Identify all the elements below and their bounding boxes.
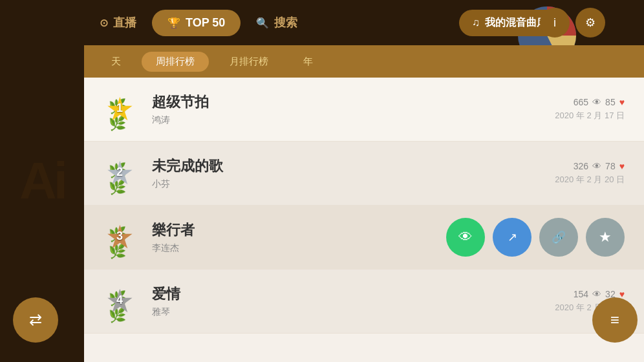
- star-icon: ★: [599, 229, 612, 246]
- rank-badge-3: ★ 3 🌿🌿: [97, 215, 142, 260]
- views-count-4: 154: [574, 289, 588, 299]
- rank-badge-1: ★ 1 🌿🌿: [97, 87, 142, 132]
- song-title-2: 未完成的歌: [152, 156, 555, 176]
- sub-tab-year[interactable]: 年: [289, 52, 327, 72]
- stats-row-2: 326 👁 78 ♥: [555, 161, 625, 171]
- song-info-4: 爱情 雅琴: [152, 284, 555, 318]
- share-icon: ↗: [508, 230, 517, 244]
- eye-icon-1: 👁: [592, 97, 601, 107]
- rank-badge-4: ★ 4 🌿🌿: [97, 279, 142, 324]
- rank-number-4: 4: [116, 293, 123, 307]
- sub-tab-year-label: 年: [303, 56, 313, 67]
- song-title-1: 超级节拍: [152, 92, 555, 112]
- favorite-button[interactable]: ★: [586, 218, 625, 257]
- info-icon: i: [553, 16, 556, 30]
- song-title-3: 樂行者: [152, 220, 440, 240]
- main-content: ★ 1 🌿🌿 超级节拍 鸿涛 665 👁 85 ♥ 2020 年 2 月 17 …: [84, 78, 644, 362]
- tab-search[interactable]: 🔍 搜索: [241, 8, 313, 37]
- library-label: 我的混音曲库: [485, 16, 547, 30]
- info-button[interactable]: i: [540, 8, 570, 37]
- shuffle-icon: ⇄: [29, 311, 42, 329]
- eye-icon-4: 👁: [592, 289, 601, 299]
- views-count-2: 326: [574, 161, 588, 171]
- settings-button[interactable]: ⚙: [575, 8, 605, 37]
- link-button[interactable]: 🔗: [539, 218, 578, 257]
- eye-icon-2: 👁: [592, 161, 601, 171]
- likes-count-2: 78: [605, 161, 616, 171]
- tab-live-label: 直播: [113, 15, 136, 30]
- song-info-1: 超级节拍 鸿涛: [152, 92, 555, 126]
- rank-item-3[interactable]: ★ 3 🌿🌿 樂行者 李连杰 👁 ↗ 🔗 ★: [84, 206, 644, 270]
- stats-date-2: 2020 年 2 月 20 日: [555, 174, 625, 186]
- sub-tab-week[interactable]: 周排行榜: [142, 52, 209, 72]
- share-button[interactable]: ↗: [493, 218, 531, 257]
- song-artist-2: 小芬: [152, 178, 555, 190]
- tab-top50[interactable]: 🏆 TOP 50: [152, 10, 241, 36]
- heart-icon-2: ♥: [619, 161, 625, 171]
- sub-navigation: 天 周排行榜 月排行榜 年: [84, 45, 644, 78]
- views-count-1: 665: [574, 97, 588, 107]
- tab-search-label: 搜索: [274, 15, 297, 30]
- song-info-3: 樂行者 李连杰: [152, 220, 440, 254]
- song-stats-1: 665 👁 85 ♥ 2020 年 2 月 17 日: [555, 97, 625, 122]
- ai-letters: Ai: [19, 151, 65, 211]
- sub-tab-day-label: 天: [111, 56, 121, 67]
- rank-badge-2: ★ 2 🌿🌿: [97, 151, 142, 196]
- live-icon: ⊙: [100, 17, 108, 29]
- sub-tab-month[interactable]: 月排行榜: [215, 52, 283, 72]
- search-icon: 🔍: [256, 17, 269, 29]
- stats-row-1: 665 👁 85 ♥: [555, 97, 625, 107]
- rank-number-2: 2: [116, 165, 123, 179]
- song-info-2: 未完成的歌 小芬: [152, 156, 555, 190]
- song-artist-3: 李连杰: [152, 242, 440, 254]
- action-buttons-3: 👁 ↗ 🔗 ★: [440, 218, 631, 257]
- link-icon: 🔗: [552, 230, 566, 244]
- sub-tab-month-label: 月排行榜: [230, 56, 268, 67]
- song-artist-4: 雅琴: [152, 306, 555, 318]
- heart-icon-1: ♥: [619, 97, 625, 107]
- rank-item-2[interactable]: ★ 2 🌿🌿 未完成的歌 小芬 326 👁 78 ♥ 2020 年 2 月 20…: [84, 142, 644, 206]
- likes-count-1: 85: [605, 97, 616, 107]
- song-title-4: 爱情: [152, 284, 555, 304]
- playlist-icon: ≡: [610, 311, 619, 329]
- shuffle-button[interactable]: ⇄: [13, 297, 58, 343]
- rank-number-3: 3: [116, 229, 123, 243]
- playlist-button[interactable]: ≡: [592, 297, 638, 343]
- settings-icon: ⚙: [585, 16, 596, 30]
- rank-item-4[interactable]: ★ 4 🌿🌿 爱情 雅琴 154 👁 32 ♥ 2020 年 2 月 19 日: [84, 270, 644, 334]
- view-icon: 👁: [458, 229, 473, 246]
- rank-item-1[interactable]: ★ 1 🌿🌿 超级节拍 鸿涛 665 👁 85 ♥ 2020 年 2 月 17 …: [84, 78, 644, 142]
- song-artist-1: 鸿涛: [152, 114, 555, 126]
- trophy-icon: 🏆: [167, 17, 180, 29]
- sub-tab-day[interactable]: 天: [97, 52, 135, 72]
- library-icon: ♫: [472, 17, 480, 28]
- view-button[interactable]: 👁: [446, 218, 485, 257]
- stats-date-1: 2020 年 2 月 17 日: [555, 110, 625, 122]
- sub-tab-week-label: 周排行榜: [156, 56, 195, 67]
- tab-live[interactable]: ⊙ 直播: [84, 8, 152, 37]
- rank-number-1: 1: [116, 101, 123, 115]
- tab-top50-label: TOP 50: [186, 16, 225, 30]
- song-stats-2: 326 👁 78 ♥ 2020 年 2 月 20 日: [555, 161, 625, 186]
